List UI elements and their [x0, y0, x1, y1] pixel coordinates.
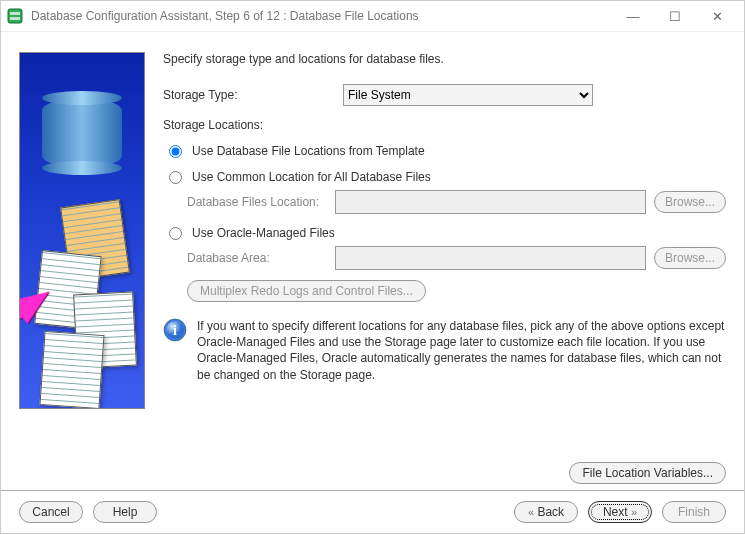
svg-rect-0	[8, 9, 22, 23]
window-root: Database Configuration Assistant, Step 6…	[0, 0, 745, 534]
cancel-button[interactable]: Cancel	[19, 501, 83, 523]
svg-text:i: i	[173, 323, 177, 338]
back-button[interactable]: « Back	[514, 501, 578, 523]
maximize-button[interactable]: ☐	[654, 2, 696, 30]
app-icon	[7, 8, 23, 24]
main-panel: Specify storage type and locations for d…	[163, 52, 726, 456]
radio-template[interactable]: Use Database File Locations from Templat…	[169, 144, 726, 158]
db-area-input	[335, 246, 646, 270]
finish-button[interactable]: Finish	[662, 501, 726, 523]
file-location-vars-row: File Location Variables...	[1, 456, 744, 484]
browse-button-common[interactable]: Browse...	[654, 191, 726, 213]
info-icon: i	[163, 318, 187, 342]
next-button[interactable]: Next »	[588, 501, 652, 523]
file-location-variables-button[interactable]: File Location Variables...	[569, 462, 726, 484]
close-button[interactable]: ✕	[696, 2, 738, 30]
footer: Cancel Help « Back Next » Finish	[1, 490, 744, 533]
svg-rect-2	[10, 17, 20, 20]
info-text: If you want to specify different locatio…	[197, 318, 726, 383]
radio-template-label: Use Database File Locations from Templat…	[192, 144, 425, 158]
document-icon	[39, 331, 104, 409]
next-button-label: Next	[603, 505, 628, 519]
db-files-location-input	[335, 190, 646, 214]
db-files-location-row: Database Files Location: Browse...	[187, 190, 726, 214]
chevron-left-icon: «	[528, 506, 534, 518]
svg-rect-1	[10, 12, 20, 15]
info-row: i If you want to specify different locat…	[163, 318, 726, 383]
storage-type-row: Storage Type: File System	[163, 84, 726, 106]
radio-omf-input[interactable]	[169, 227, 182, 240]
storage-type-label: Storage Type:	[163, 88, 343, 102]
browse-button-omf[interactable]: Browse...	[654, 247, 726, 269]
chevron-right-icon: »	[631, 506, 637, 518]
radio-common-label: Use Common Location for All Database Fil…	[192, 170, 431, 184]
storage-type-select[interactable]: File System	[343, 84, 593, 106]
minimize-button[interactable]: —	[612, 2, 654, 30]
help-button[interactable]: Help	[93, 501, 157, 523]
titlebar: Database Configuration Assistant, Step 6…	[1, 1, 744, 32]
database-cylinder-icon	[42, 98, 122, 168]
radio-omf[interactable]: Use Oracle-Managed Files	[169, 226, 726, 240]
radio-omf-label: Use Oracle-Managed Files	[192, 226, 335, 240]
radio-template-input[interactable]	[169, 145, 182, 158]
back-button-label: Back	[537, 505, 564, 519]
page-instruction: Specify storage type and locations for d…	[163, 52, 726, 66]
db-files-location-label: Database Files Location:	[187, 195, 327, 209]
multiplex-button[interactable]: Multiplex Redo Logs and Control Files...	[187, 280, 426, 302]
db-area-label: Database Area:	[187, 251, 327, 265]
content-area: Specify storage type and locations for d…	[1, 32, 744, 456]
radio-common[interactable]: Use Common Location for All Database Fil…	[169, 170, 726, 184]
radio-common-input[interactable]	[169, 171, 182, 184]
window-title: Database Configuration Assistant, Step 6…	[31, 9, 612, 23]
wizard-graphic	[19, 52, 145, 409]
window-controls: — ☐ ✕	[612, 2, 738, 30]
storage-locations-label: Storage Locations:	[163, 118, 726, 132]
db-area-row: Database Area: Browse...	[187, 246, 726, 270]
